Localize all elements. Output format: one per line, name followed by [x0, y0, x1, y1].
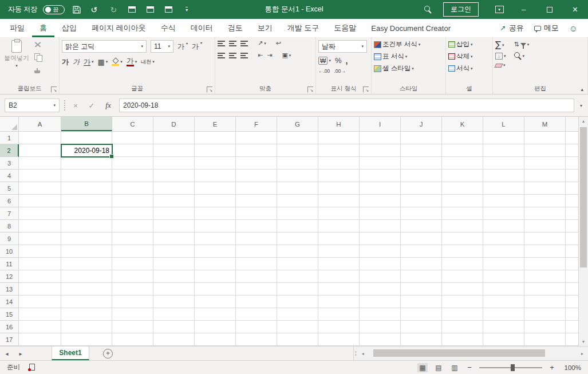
increase-decimal-button[interactable]: ←.00 [318, 69, 330, 74]
alignment-dialog-launcher[interactable]: ↘ [307, 86, 313, 92]
tab-data[interactable]: 데이터 [183, 19, 220, 37]
quick-access-button-2[interactable] [144, 0, 156, 19]
column-header-E[interactable]: E [195, 117, 236, 131]
column-header-J[interactable]: J [401, 117, 442, 131]
row-header-1[interactable]: 1 [0, 132, 19, 144]
column-header-I[interactable]: I [360, 117, 401, 131]
autosum-button[interactable]: ∑▾ [495, 41, 506, 49]
quick-access-button-1[interactable] [125, 0, 138, 19]
zoom-out-button[interactable]: − [465, 363, 473, 372]
row-header-17[interactable]: 17 [0, 333, 19, 346]
save-button[interactable] [70, 0, 83, 19]
row-header-14[interactable]: 14 [0, 296, 19, 308]
tab-formulas[interactable]: 수식 [153, 19, 183, 37]
clipboard-dialog-launcher[interactable]: ↘ [51, 86, 57, 92]
decrease-decimal-button[interactable]: .00→ [334, 69, 345, 74]
align-bottom-button[interactable] [240, 41, 248, 46]
tab-easy-document-creator[interactable]: Easy Document Creator [364, 19, 458, 37]
cells-area[interactable]: 2020-09-18 [19, 132, 578, 346]
view-page-layout-button[interactable]: ▤ [433, 363, 444, 372]
wrap-text-button[interactable]: ↩ [276, 40, 281, 46]
undo-button[interactable]: ↺▾ [89, 0, 101, 19]
orientation-button[interactable]: ↗▾ [258, 40, 266, 46]
column-header-H[interactable]: H [318, 117, 360, 131]
horizontal-scrollbar[interactable]: ⁞ ◂ ▸ [353, 347, 588, 360]
formula-input[interactable]: 2020-09-18 [119, 99, 574, 112]
row-header-6[interactable]: 6 [0, 195, 19, 207]
feedback-smiley-button[interactable]: ☺ [569, 23, 578, 33]
close-button[interactable]: × [562, 0, 588, 19]
row-header-7[interactable]: 7 [0, 207, 19, 220]
redo-button[interactable]: ↻ [107, 0, 120, 19]
accounting-format-button[interactable]: ₩▾ [318, 57, 331, 65]
view-page-break-button[interactable]: ▥ [449, 363, 460, 372]
font-color-button[interactable]: 가▾ [127, 57, 137, 66]
shrink-font-button[interactable]: 가▾ [192, 43, 199, 50]
sheet-tab-sheet1[interactable]: Sheet1 [52, 347, 89, 360]
column-header-L[interactable]: L [483, 117, 524, 131]
row-header-8[interactable]: 8 [0, 220, 19, 233]
row-header-12[interactable]: 12 [0, 270, 19, 283]
tab-view[interactable]: 보기 [250, 19, 280, 37]
tab-insert[interactable]: 삽입 [54, 19, 84, 37]
comments-button[interactable]: 메모 [534, 23, 559, 33]
bold-button[interactable]: 가 [62, 58, 69, 65]
fill-button[interactable]: ↓▾ [495, 53, 506, 60]
conditional-formatting-button[interactable]: 조건부 서식▾ [374, 40, 443, 49]
split-handle[interactable]: ⁞ [355, 351, 356, 357]
customize-quick-access-button[interactable]: ▾ [180, 0, 193, 19]
formula-bar-handle[interactable] [64, 100, 65, 111]
align-right-button[interactable] [240, 53, 248, 58]
row-header-5[interactable]: 5 [0, 182, 19, 195]
tab-file[interactable]: 파일 [2, 19, 32, 37]
zoom-level[interactable]: 100% [562, 364, 581, 371]
row-header-10[interactable]: 10 [0, 245, 19, 258]
format-painter-button[interactable] [34, 67, 42, 75]
column-header-G[interactable]: G [277, 117, 318, 131]
borders-button[interactable]: ▦▾ [98, 58, 108, 66]
row-header-2[interactable]: 2 [0, 144, 19, 157]
align-center-button[interactable] [229, 53, 236, 58]
row-header-9[interactable]: 9 [0, 233, 19, 245]
cut-button[interactable] [34, 41, 42, 49]
macro-record-button[interactable] [29, 364, 35, 372]
tab-page-layout[interactable]: 페이지 레이아웃 [84, 19, 153, 37]
row-header-16[interactable]: 16 [0, 321, 19, 333]
underline-button[interactable]: 가▾ [84, 58, 94, 66]
quick-access-button-3[interactable] [162, 0, 175, 19]
sort-filter-button[interactable]: ⇅▾ [514, 41, 530, 48]
search-button[interactable] [421, 0, 434, 19]
scroll-up-arrow[interactable]: ▴ [579, 119, 588, 124]
sheet-nav-right-button[interactable]: ▸ [14, 347, 27, 360]
horizontal-scroll-track[interactable] [368, 347, 578, 360]
number-format-select[interactable]: 날짜▾ [318, 40, 367, 53]
copy-button[interactable] [34, 53, 42, 63]
row-header-11[interactable]: 11 [0, 258, 19, 270]
format-as-table-button[interactable]: 표 서식▾ [374, 52, 443, 61]
decrease-indent-button[interactable]: ⇤ [258, 52, 263, 58]
column-header-K[interactable]: K [442, 117, 483, 131]
row-header-3[interactable]: 3 [0, 157, 19, 170]
clear-button[interactable]: ▾ [495, 63, 506, 68]
delete-cells-button[interactable]: 삭제▾ [448, 52, 490, 61]
merge-center-button[interactable]: ▣▾ [282, 52, 291, 58]
align-middle-button[interactable] [229, 41, 236, 46]
font-dialog-launcher[interactable]: ↘ [207, 86, 212, 92]
name-box[interactable]: B2▾ [5, 99, 60, 112]
scroll-left-arrow[interactable]: ◂ [358, 351, 368, 356]
undo-dropdown-icon[interactable]: ▾ [98, 7, 100, 12]
format-cells-button[interactable]: 서식▾ [448, 64, 490, 73]
column-header-F[interactable]: F [236, 117, 277, 131]
column-header-B[interactable]: B [61, 117, 112, 131]
sheet-nav-left-button[interactable]: ◂ [0, 347, 14, 360]
tab-home[interactable]: 홈 [32, 19, 54, 37]
find-select-button[interactable]: ▾ [514, 52, 530, 60]
align-left-button[interactable] [218, 53, 225, 58]
fill-color-button[interactable]: ▾ [112, 58, 123, 66]
tab-review[interactable]: 검토 [220, 19, 250, 37]
row-header-4[interactable]: 4 [0, 170, 19, 182]
column-header-A[interactable]: A [19, 117, 61, 131]
scroll-down-arrow[interactable]: ▾ [579, 339, 588, 344]
grow-font-button[interactable]: 가▴ [177, 43, 184, 50]
maximize-button[interactable] [536, 0, 562, 19]
